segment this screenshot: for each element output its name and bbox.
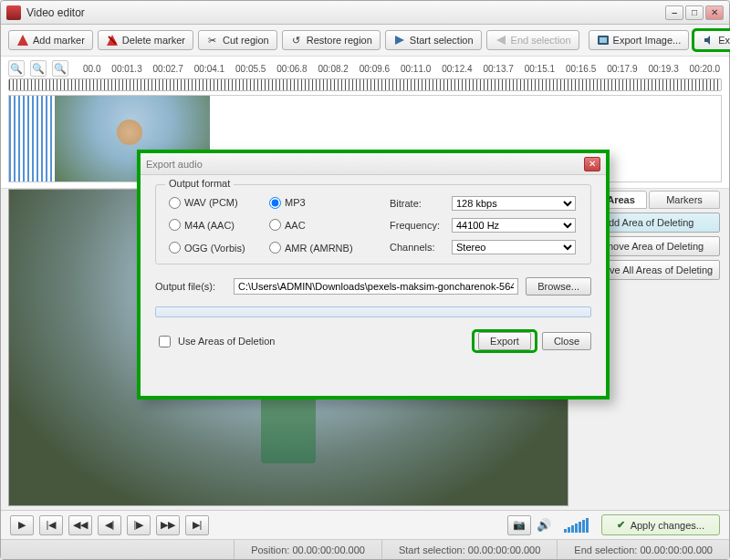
snapshot-button[interactable]: 📷 bbox=[507, 515, 531, 535]
start-selection-button[interactable]: Start selection bbox=[385, 30, 482, 50]
status-empty bbox=[1, 540, 234, 559]
format-mp3[interactable]: MP3 bbox=[269, 196, 368, 210]
timeline-tick: 00:05.5 bbox=[235, 64, 266, 74]
zoom-controls: 🔍 🔍 🔍 bbox=[8, 60, 68, 77]
restore-region-label: Restore region bbox=[307, 35, 372, 46]
timeline-tick: 00:16.5 bbox=[566, 64, 596, 74]
delete-marker-button[interactable]: Delete marker bbox=[98, 30, 193, 50]
apply-changes-button[interactable]: ✔ Apply changes... bbox=[601, 514, 720, 535]
format-aac[interactable]: AAC bbox=[269, 219, 368, 233]
output-format-fieldset: Output format WAV (PCM) MP3 M4A (AAC) AA… bbox=[155, 184, 591, 264]
export-audio-button[interactable]: Export Audio... bbox=[694, 30, 730, 50]
output-files-label: Output file(s): bbox=[155, 281, 226, 292]
end-selection-label: End selection bbox=[511, 35, 571, 46]
timeline-ruler[interactable] bbox=[8, 78, 722, 91]
maximize-button[interactable]: □ bbox=[685, 5, 704, 20]
export-image-icon bbox=[597, 34, 610, 47]
timeline-tick: 00:06.8 bbox=[276, 64, 307, 74]
add-marker-button[interactable]: Add marker bbox=[8, 30, 93, 50]
timeline-tick: 00:11.0 bbox=[401, 64, 431, 74]
restore-region-button[interactable]: ↺ Restore region bbox=[282, 30, 381, 50]
timeline-tick: 00.0 bbox=[83, 64, 100, 74]
status-start-selection: Start selection: 00.00:00:00.000 bbox=[381, 540, 557, 559]
main-toolbar: Add marker Delete marker ✂ Cut region ↺ … bbox=[1, 25, 729, 57]
encoding-settings: Bitrate: 128 kbps Frequency: 44100 Hz Ch… bbox=[390, 196, 576, 254]
statusbar: Position: 00.00:00:00.000 Start selectio… bbox=[1, 539, 729, 559]
output-files-input[interactable] bbox=[234, 278, 518, 295]
window-controls: ‒ □ ✕ bbox=[665, 5, 724, 20]
export-image-button[interactable]: Export Image... bbox=[589, 30, 690, 50]
status-position: Position: 00.00:00:00.000 bbox=[234, 540, 381, 559]
minimize-button[interactable]: ‒ bbox=[665, 5, 683, 20]
status-end-selection: End selection: 00.00:00:00.000 bbox=[557, 540, 729, 559]
timeline-tick-labels: 00.000:01.300:02.700:04.100:05.500:06.80… bbox=[81, 64, 722, 74]
apply-changes-label: Apply changes... bbox=[631, 520, 704, 531]
browse-button[interactable]: Browse... bbox=[526, 277, 591, 296]
export-audio-label: Export Audio... bbox=[718, 35, 730, 46]
add-marker-icon bbox=[16, 34, 29, 47]
go-start-button[interactable]: |◀ bbox=[39, 515, 63, 535]
zoom-in-button[interactable]: 🔍 bbox=[8, 60, 25, 77]
svg-marker-0 bbox=[17, 35, 28, 46]
dialog-footer: Use Areas of Deletion Export Close bbox=[155, 332, 591, 350]
export-button[interactable]: Export bbox=[478, 332, 531, 350]
delete-marker-icon bbox=[106, 34, 119, 47]
svg-marker-3 bbox=[395, 36, 404, 45]
end-selection-button: End selection bbox=[486, 30, 579, 50]
timeline-tick: 00:01.3 bbox=[111, 64, 141, 74]
timeline-tick: 00:13.7 bbox=[483, 64, 513, 74]
cut-region-button[interactable]: ✂ Cut region bbox=[198, 30, 277, 50]
app-icon bbox=[6, 5, 21, 20]
bitrate-select[interactable]: 128 kbps bbox=[452, 196, 576, 211]
format-amr[interactable]: AMR (AMRNB) bbox=[269, 241, 368, 254]
format-m4a[interactable]: M4A (AAC) bbox=[169, 219, 267, 233]
close-window-button[interactable]: ✕ bbox=[705, 5, 724, 20]
use-areas-checkbox[interactable]: Use Areas of Deletion bbox=[155, 333, 275, 350]
timeline-tick: 00:20.0 bbox=[690, 64, 720, 74]
channels-label: Channels: bbox=[390, 242, 446, 253]
export-audio-dialog: Export audio ✕ Output format WAV (PCM) M… bbox=[137, 150, 610, 399]
timeline-cursor bbox=[9, 96, 55, 181]
step-back-button[interactable]: ◀◀ bbox=[68, 515, 92, 535]
timeline-tick: 00:08.2 bbox=[318, 64, 349, 74]
zoom-out-button[interactable]: 🔍 bbox=[30, 60, 47, 77]
timeline-tick: 00:19.3 bbox=[648, 64, 678, 74]
go-end-button[interactable]: ▶| bbox=[185, 515, 209, 535]
delete-marker-label: Delete marker bbox=[122, 35, 185, 46]
tab-markers[interactable]: Markers bbox=[649, 191, 720, 209]
frame-forward-button[interactable]: |▶ bbox=[127, 515, 151, 535]
start-selection-label: Start selection bbox=[410, 35, 474, 46]
bitrate-label: Bitrate: bbox=[390, 198, 446, 209]
format-wav[interactable]: WAV (PCM) bbox=[169, 196, 267, 210]
start-selection-icon bbox=[393, 34, 406, 47]
window-title: Video editor bbox=[26, 6, 665, 19]
add-marker-label: Add marker bbox=[33, 35, 85, 46]
dialog-close-button[interactable]: ✕ bbox=[584, 157, 600, 171]
timeline-tick: 00:15.1 bbox=[525, 64, 555, 74]
timeline-tick: 00:17.9 bbox=[607, 64, 637, 74]
close-button[interactable]: Close bbox=[542, 332, 591, 350]
frame-back-button[interactable]: ◀| bbox=[98, 515, 121, 535]
progress-bar bbox=[155, 306, 591, 317]
frequency-select[interactable]: 44100 Hz bbox=[452, 218, 576, 233]
volume-icon[interactable]: 🔊 bbox=[537, 518, 551, 532]
end-selection-icon bbox=[495, 34, 507, 47]
volume-slider[interactable] bbox=[564, 518, 589, 533]
timeline-tick: 00:04.1 bbox=[194, 64, 224, 74]
format-ogg[interactable]: OGG (Vorbis) bbox=[169, 241, 267, 254]
transport-bar: ▶ |◀ ◀◀ ◀| |▶ ▶▶ ▶| 📷 🔊 ✔ Apply changes.… bbox=[1, 510, 729, 539]
format-radio-group: WAV (PCM) MP3 M4A (AAC) AAC OGG (Vorbis)… bbox=[169, 196, 368, 254]
svg-rect-6 bbox=[600, 37, 607, 43]
restore-icon: ↺ bbox=[290, 34, 303, 47]
step-forward-button[interactable]: ▶▶ bbox=[156, 515, 180, 535]
cut-region-label: Cut region bbox=[223, 35, 269, 46]
export-audio-icon bbox=[702, 34, 714, 47]
zoom-fit-button[interactable]: 🔍 bbox=[52, 60, 68, 77]
play-button[interactable]: ▶ bbox=[10, 515, 34, 535]
output-file-row: Output file(s): Browse... bbox=[155, 277, 591, 296]
timeline-tick: 00:02.7 bbox=[153, 64, 183, 74]
dialog-body: Output format WAV (PCM) MP3 M4A (AAC) AA… bbox=[141, 175, 606, 359]
timeline-tick: 00:09.6 bbox=[360, 64, 390, 74]
channels-select[interactable]: Stereo bbox=[452, 240, 576, 254]
frequency-label: Frequency: bbox=[390, 220, 446, 231]
